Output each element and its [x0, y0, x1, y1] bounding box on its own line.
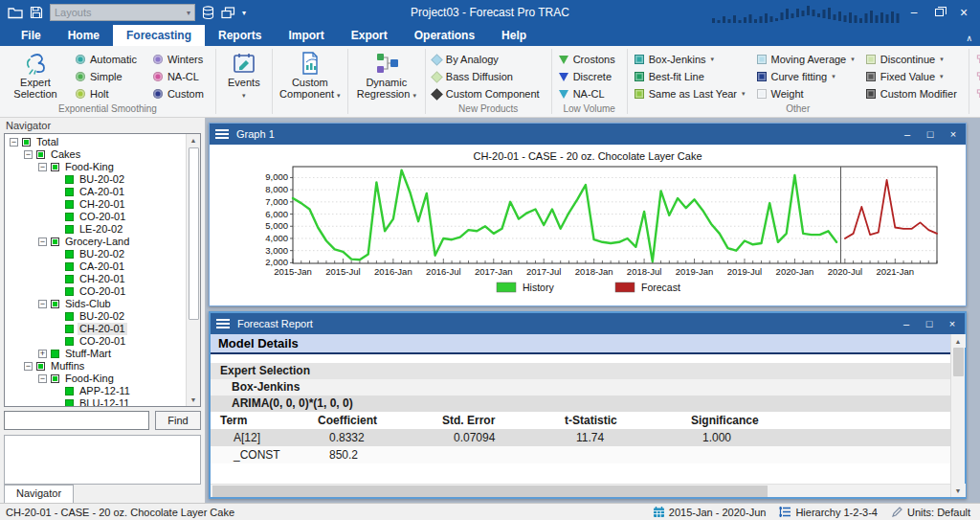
tree-item-le-20-02[interactable]: LE-20-02	[7, 223, 200, 236]
tree-item-cakes[interactable]: −Cakes	[7, 148, 200, 161]
ribbon-small-button[interactable]: Curve fitting▾	[753, 68, 858, 85]
tree-item-food-king[interactable]: −Food-King	[7, 373, 200, 385]
collapse-icon[interactable]: −	[24, 362, 33, 371]
tree-item-blu-12-11[interactable]: BLU-12-11	[7, 397, 200, 407]
exp-smoothing-col1: Automatic Simple Holt	[72, 48, 145, 102]
expand-icon[interactable]: +	[38, 350, 47, 358]
tree-scrollbar[interactable]: ▲ ▼	[186, 134, 200, 406]
windows-icon[interactable]	[221, 7, 235, 19]
collapse-icon[interactable]: −	[24, 150, 33, 159]
dynamic-regression-button[interactable]: Dynamic Regression ▾	[351, 48, 422, 102]
ribbon-small-button[interactable]: Box-Jenkins▾	[631, 51, 749, 68]
ribbon-small-button[interactable]: Holt	[72, 85, 145, 102]
open-project-icon[interactable]	[8, 7, 23, 19]
ribbon-tab[interactable]: Help	[488, 25, 540, 46]
close-button[interactable]: ×	[947, 128, 960, 140]
ribbon-tab[interactable]: Forecasting	[113, 25, 205, 46]
expert-selection-button[interactable]: Expert Selection	[3, 48, 68, 100]
close-button[interactable]: ×	[946, 318, 959, 329]
tree-item-stuff-mart[interactable]: +Stuff-Mart	[7, 348, 200, 360]
tree-item-bu-20-02[interactable]: BU-20-02	[7, 310, 200, 323]
tree-item-bu-20-02[interactable]: BU-20-02	[7, 173, 200, 186]
restore-button[interactable]	[928, 4, 949, 21]
ribbon-small-button[interactable]: Weight	[753, 85, 858, 102]
tree-item-ca-20-01[interactable]: CA-20-01	[7, 260, 200, 273]
collapse-icon[interactable]: −	[38, 237, 47, 246]
maximize-button[interactable]: □	[923, 318, 936, 329]
ribbon-small-button[interactable]: Custom	[149, 85, 212, 102]
ribbon-small-button[interactable]: Fixed Value▾	[862, 68, 966, 85]
ribbon-tab[interactable]: Export	[338, 25, 401, 46]
ribbon-small-button[interactable]: Crostons	[555, 51, 624, 68]
ribbon-small-button[interactable]: Discontinue▾	[862, 51, 966, 68]
ribbon-small-button[interactable]: By Analogy	[429, 51, 548, 68]
ribbon-small-button[interactable]: Bass Diffusion	[429, 68, 548, 85]
report-window-titlebar[interactable]: Forecast Report – □ ×	[211, 313, 965, 334]
events-button[interactable]: Events▾	[219, 48, 269, 102]
close-button[interactable]: ×	[953, 4, 974, 21]
save-icon[interactable]	[30, 6, 43, 19]
minimize-button[interactable]: –	[903, 4, 924, 21]
ribbon-small-button[interactable]: Winters	[149, 51, 212, 68]
titlebar[interactable]: Layouts ▾ ▾ Project03 - Forecast Pro TRA…	[0, 0, 980, 25]
vertical-scrollbar[interactable]: ▲ ▼	[950, 334, 965, 497]
tree-item-bu-20-02[interactable]: BU-20-02	[7, 248, 200, 260]
minimize-button[interactable]: –	[901, 128, 914, 140]
ribbon-small-button[interactable]: Discrete	[555, 68, 624, 85]
tree-item-sids-club[interactable]: −Sids-Club	[7, 298, 200, 310]
navigator-bottom-tab[interactable]: Navigator	[4, 485, 74, 503]
ribbon-small-button[interactable]: Best-fit Line	[631, 68, 749, 85]
collapse-icon[interactable]: −	[38, 374, 47, 383]
tree-item-grocery-land[interactable]: −Grocery-Land	[7, 236, 200, 248]
ribbon-small-button[interactable]: Same as Last Year▾	[631, 85, 749, 102]
scrollbar-thumb[interactable]	[212, 486, 768, 497]
window-menu-icon[interactable]	[216, 319, 230, 328]
tree-item-total[interactable]: −Total	[7, 136, 200, 148]
window-menu-icon[interactable]	[215, 129, 229, 139]
scroll-up-icon[interactable]: ▲	[187, 134, 201, 147]
tree-item-ch-20-01[interactable]: CH-20-01	[7, 273, 200, 285]
ribbon-tab[interactable]: Reports	[205, 25, 275, 46]
collapse-icon[interactable]: −	[10, 138, 18, 147]
graph-window-titlebar[interactable]: Graph 1 – □ ×	[210, 124, 966, 145]
collapse-icon[interactable]: −	[38, 300, 47, 308]
minimize-button[interactable]: –	[900, 318, 913, 329]
tree-item-co-20-01[interactable]: CO-20-01	[7, 285, 200, 298]
forecast-pro-trac-window: Layouts ▾ ▾ Project03 - Forecast Pro TRA…	[0, 0, 980, 520]
tree-item-food-king[interactable]: −Food-King	[7, 161, 200, 173]
find-input[interactable]	[4, 411, 149, 430]
scroll-down-icon[interactable]: ▼	[187, 393, 201, 406]
ribbon-small-button[interactable]: Automatic	[72, 51, 145, 68]
tree-item-co-20-01[interactable]: CO-20-01	[7, 335, 200, 348]
tree-item-ch-20-01[interactable]: CH-20-01	[7, 323, 200, 335]
layouts-dropdown[interactable]: Layouts ▾	[50, 4, 195, 21]
ribbon-tab[interactable]: Operations	[401, 25, 488, 46]
scrollbar-thumb[interactable]	[189, 147, 199, 320]
qat-customize-icon[interactable]: ▾	[242, 9, 246, 17]
custom-component-button[interactable]: Custom Component ▾	[276, 48, 345, 102]
method-square-icon	[757, 55, 767, 64]
ribbon-small-button[interactable]: Custom Modifier	[862, 85, 966, 102]
maximize-button[interactable]: □	[924, 128, 937, 140]
scrollbar-thumb[interactable]	[953, 348, 964, 376]
tree-item-co-20-01[interactable]: CO-20-01	[7, 211, 200, 223]
ribbon-small-button[interactable]: Moving Average▾	[753, 51, 858, 68]
ribbon-tab[interactable]: Home	[55, 25, 113, 46]
ribbon-small-button[interactable]: NA-CL	[149, 68, 212, 85]
database-icon[interactable]	[202, 6, 214, 20]
horizontal-scrollbar[interactable]	[211, 484, 950, 497]
ribbon-small-button[interactable]: Custom Component	[429, 85, 548, 102]
scroll-up-icon[interactable]: ▲	[951, 334, 966, 348]
scroll-down-icon[interactable]: ▼	[951, 484, 966, 497]
ribbon-tab[interactable]: Import	[275, 25, 337, 46]
tree-item-app-12-11[interactable]: APP-12-11	[7, 385, 200, 397]
collapse-ribbon-icon[interactable]: ∧	[966, 34, 972, 43]
tree-item-ca-20-01[interactable]: CA-20-01	[7, 186, 200, 198]
ribbon-small-button[interactable]: Simple	[72, 68, 145, 85]
tree-item-ch-20-01[interactable]: CH-20-01	[7, 198, 200, 211]
find-button[interactable]: Find	[155, 411, 201, 430]
ribbon-tab[interactable]: File	[8, 25, 55, 46]
tree-item-muffins[interactable]: −Muffins	[7, 360, 200, 373]
ribbon-small-button[interactable]: NA-CL	[555, 85, 624, 102]
collapse-icon[interactable]: −	[38, 163, 47, 171]
